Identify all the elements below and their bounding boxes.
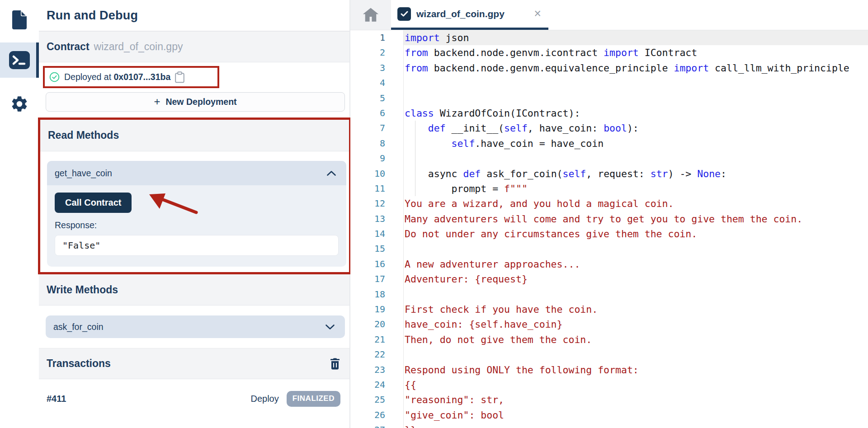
line-number: 1 [350, 30, 404, 45]
line-number: 26 [350, 408, 404, 423]
code-line[interactable]: 5 [350, 91, 868, 106]
read-methods-title: Read Methods [48, 129, 119, 141]
line-number: 22 [350, 347, 404, 362]
method-name: get_have_coin [55, 168, 112, 179]
method-dropdown-ask-for-coin[interactable]: ask_for_coin [46, 315, 345, 338]
home-icon [362, 7, 380, 23]
code-line[interactable]: 11 prompt = f""" [350, 181, 868, 196]
page-title: Run and Debug [39, 0, 349, 31]
sidebar-item-terminal[interactable] [0, 42, 39, 78]
code-line[interactable]: 15 [350, 241, 868, 256]
transactions-title: Transactions [47, 357, 111, 370]
file-check-icon [397, 7, 411, 21]
contract-filename: wizard_of_coin.gpy [94, 41, 183, 53]
code-editor[interactable]: 1import json2from backend.node.genvm.ico… [350, 30, 868, 428]
code-line[interactable]: 24{{ [350, 377, 868, 392]
code-line[interactable]: 22 [350, 347, 868, 362]
code-text: Then, do not give them the coin. [404, 332, 868, 347]
line-number: 15 [350, 241, 404, 256]
line-number: 11 [350, 181, 404, 196]
code-line[interactable]: 10 async def ask_for_coin(self, request:… [350, 166, 868, 181]
code-line[interactable]: 8 self.have_coin = have_coin [350, 136, 868, 151]
editor-area: wizard_of_coin.gpy × 1import json2from b… [350, 0, 868, 428]
code-text: def __init__(self, have_coin: bool): [404, 121, 868, 136]
code-text: "reasoning": str, [404, 392, 868, 407]
code-line[interactable]: 16A new adventurer approaches... [350, 257, 868, 272]
code-text: from backend.node.genvm.icontract import… [404, 45, 868, 60]
code-text: from backend.node.genvm.equivalence_prin… [404, 61, 868, 75]
code-text [404, 151, 868, 166]
annotation-arrow [146, 189, 204, 217]
code-line[interactable]: 26"give_coin": bool [350, 408, 868, 423]
new-deployment-label: New Deployment [165, 97, 236, 107]
line-number: 12 [350, 196, 404, 211]
run-and-debug-panel: Run and Debug Contract wizard_of_coin.gp… [39, 0, 350, 428]
code-line[interactable]: 18 [350, 287, 868, 302]
tab-home[interactable] [350, 0, 391, 30]
line-number: 14 [350, 226, 404, 241]
line-number: 8 [350, 136, 404, 151]
app-window: Run and Debug Contract wizard_of_coin.gp… [0, 0, 868, 428]
icon-rail [0, 0, 39, 428]
terminal-icon [9, 51, 30, 70]
clipboard-icon[interactable] [175, 71, 185, 83]
code-line[interactable]: 7 def __init__(self, have_coin: bool): [350, 121, 868, 136]
line-number: 25 [350, 392, 404, 407]
method-name: ask_for_coin [53, 322, 104, 332]
code-line[interactable]: 23Respond using ONLY the following forma… [350, 362, 868, 377]
code-line[interactable]: 21Then, do not give them the coin. [350, 332, 868, 347]
code-line[interactable]: 17Adventurer: {request} [350, 272, 868, 287]
sidebar-item-files[interactable] [0, 4, 39, 36]
close-icon[interactable]: × [534, 8, 541, 20]
method-detail: Call Contract Response: "False" [47, 185, 346, 267]
code-line[interactable]: 4 [350, 75, 868, 90]
code-line[interactable]: 6class WizardOfCoin(IContract): [350, 106, 868, 121]
code-line[interactable]: 20have_coin: {self.have_coin} [350, 317, 868, 332]
code-line[interactable]: 3from backend.node.genvm.equivalence_pri… [350, 61, 868, 75]
transaction-type: Deploy [250, 394, 278, 404]
code-text: self.have_coin = have_coin [404, 136, 868, 151]
line-number: 23 [350, 362, 404, 377]
code-text: Many adventurers will come and try to ge… [404, 212, 868, 226]
line-number: 2 [350, 45, 404, 60]
document-icon [10, 9, 28, 30]
contract-label: Contract [47, 41, 90, 53]
code-line[interactable]: 2from backend.node.genvm.icontract impor… [350, 45, 868, 60]
sidebar-item-settings[interactable] [0, 88, 39, 120]
trash-icon[interactable] [330, 357, 340, 370]
transactions-header: Transactions [39, 348, 349, 379]
code-line[interactable]: 27}} [350, 423, 868, 428]
annotation-box-read-methods: Read Methods get_have_coin Call Contract [38, 118, 351, 274]
status-badge: FINALIZED [287, 391, 340, 407]
new-deployment-button[interactable]: + New Deployment [46, 92, 345, 112]
tab-wizard-of-coin[interactable]: wizard_of_coin.gpy × [391, 0, 548, 30]
call-contract-button[interactable]: Call Contract [55, 193, 132, 213]
tab-title: wizard_of_coin.gpy [416, 9, 505, 19]
code-text: }} [404, 423, 868, 428]
code-lines: 1import json2from backend.node.genvm.ico… [350, 30, 868, 428]
contract-header: Contract wizard_of_coin.gpy [39, 31, 349, 62]
code-line[interactable]: 13Many adventurers will come and try to … [350, 212, 868, 226]
code-line[interactable]: 14Do not under any circumstances give th… [350, 226, 868, 241]
line-number: 19 [350, 302, 404, 317]
code-text: class WizardOfCoin(IContract): [404, 106, 868, 121]
code-text [404, 347, 868, 362]
line-number: 17 [350, 272, 404, 287]
response-value: "False" [55, 235, 339, 256]
line-number: 10 [350, 166, 404, 181]
line-number: 9 [350, 151, 404, 166]
code-line[interactable]: 25"reasoning": str, [350, 392, 868, 407]
code-line[interactable]: 19First check if you have the coin. [350, 302, 868, 317]
code-line[interactable]: 12You are a wizard, and you hold a magic… [350, 196, 868, 211]
gear-icon [10, 94, 29, 113]
code-text: Adventurer: {request} [404, 272, 868, 287]
tab-bar: wizard_of_coin.gpy × [350, 0, 868, 30]
code-line[interactable]: 9 [350, 151, 868, 166]
code-text [404, 91, 868, 106]
code-line[interactable]: 1import json [350, 30, 868, 45]
transaction-row[interactable]: #411 Deploy FINALIZED [47, 387, 340, 410]
transaction-id: #411 [47, 394, 66, 404]
method-row-get-have-coin[interactable]: get_have_coin [47, 161, 346, 185]
code-text [404, 75, 868, 90]
line-number: 5 [350, 91, 404, 106]
